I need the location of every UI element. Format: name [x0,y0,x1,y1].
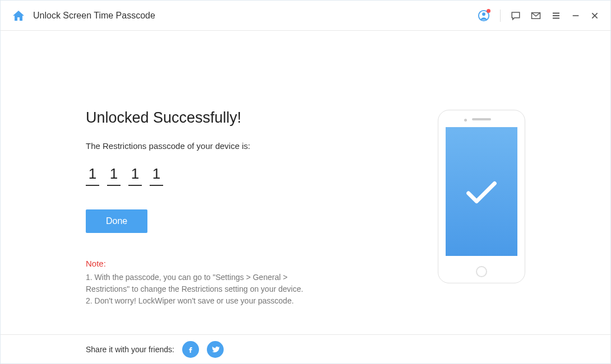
page-title: Unlock Screen Time Passcode [33,11,155,21]
titlebar: Unlock Screen Time Passcode [1,1,610,31]
notification-dot [487,9,490,13]
phone-camera [464,119,467,122]
headline: Unlocked Successfully! [86,109,375,127]
mail-icon[interactable] [531,11,541,21]
chat-icon[interactable] [511,11,521,21]
twitter-share-icon[interactable] [207,341,224,358]
phone-home-button [476,266,487,277]
phone-illustration [438,110,525,283]
titlebar-right [478,10,599,22]
passcode-digit: 1 [128,165,142,186]
done-button[interactable]: Done [86,209,147,233]
footer: Share it with your friends: [1,334,610,364]
separator [500,10,501,22]
phone-speaker [472,118,491,120]
checkmark-icon [462,172,501,211]
illustration-panel [375,31,588,334]
close-icon[interactable] [590,11,599,20]
content: Unlocked Successfully! The Restrictions … [1,31,610,334]
home-icon[interactable] [12,9,25,22]
result-panel: Unlocked Successfully! The Restrictions … [23,31,375,334]
user-account-icon[interactable] [478,10,490,22]
titlebar-left: Unlock Screen Time Passcode [12,9,155,22]
passcode-digit: 1 [86,165,99,186]
note-label: Note: [86,259,375,268]
share-label: Share it with your friends: [86,345,174,354]
facebook-share-icon[interactable] [182,341,199,358]
note-item: 1. With the passcode, you can go to "Set… [86,272,321,295]
phone-screen [446,127,517,256]
passcode-description: The Restrictions passcode of your device… [86,141,375,151]
minimize-icon[interactable] [571,11,580,20]
menu-icon[interactable] [551,11,561,21]
note-item: 2. Don't worry! LockWiper won't save or … [86,295,321,307]
passcode-digit: 1 [107,165,121,186]
passcode-display: 1 1 1 1 [86,165,375,186]
passcode-digit: 1 [150,165,163,186]
svg-point-1 [482,12,485,16]
